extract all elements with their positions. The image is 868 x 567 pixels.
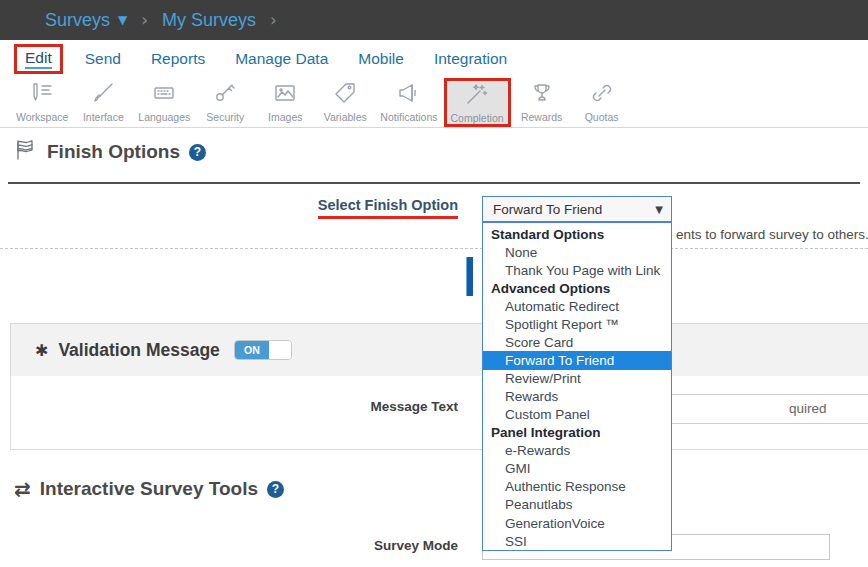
chevron-down-icon: ▼ [118, 13, 127, 27]
dropdown-option[interactable]: Forward To Friend [483, 351, 671, 369]
paintbrush-icon [90, 81, 116, 109]
toggle-knob [269, 341, 291, 359]
toggle-on-label: ON [235, 341, 269, 359]
asterisk-icon: ✱ [35, 341, 48, 360]
validation-toggle[interactable]: ON [234, 340, 292, 360]
dropdown-option[interactable]: GenerationVoice [483, 514, 671, 532]
toolbar-item-interface[interactable]: Interface [74, 78, 132, 127]
survey-mode-label: Survey Mode [0, 538, 458, 553]
breadcrumb-my-surveys[interactable]: My Surveys [162, 10, 256, 31]
interactive-survey-tools-header: ⇄ Interactive Survey Tools ? [14, 477, 284, 501]
breadcrumb-surveys[interactable]: Surveys ▼ [45, 10, 127, 31]
chain-links-icon [589, 81, 615, 109]
finish-option-select-value: Forward To Friend [493, 202, 602, 217]
breadcrumb-separator-icon: › [270, 10, 277, 30]
interactive-survey-tools-title: Interactive Survey Tools [40, 478, 258, 500]
select-finish-option-label: Select Finish Option [0, 197, 458, 219]
breadcrumb-my-surveys-label: My Surveys [162, 10, 256, 31]
top-navbar: Surveys ▼ › My Surveys › [0, 0, 868, 40]
tag-icon [332, 81, 358, 109]
tab-mobile[interactable]: Mobile [358, 50, 404, 68]
workspace-icon [29, 81, 55, 109]
keyboard-icon [151, 81, 177, 109]
toolbar-item-workspace[interactable]: Workspace [12, 78, 72, 127]
dropdown-option[interactable]: e-Rewards [483, 442, 671, 460]
dropdown-option[interactable]: Advanced Options [483, 279, 671, 297]
tab-integration[interactable]: Integration [434, 50, 507, 68]
breadcrumb-surveys-label: Surveys [45, 10, 110, 31]
help-icon[interactable]: ? [189, 144, 206, 161]
toolbar-item-languages[interactable]: Languages [134, 78, 194, 127]
finish-option-description: ents to forward survey to others. ? [676, 227, 868, 242]
dropdown-option[interactable]: Peanutlabs [483, 496, 671, 514]
finish-options-header: Finish Options ? [14, 138, 206, 166]
validation-message-header: ✱ Validation Message ON [11, 324, 868, 376]
image-icon [272, 81, 298, 109]
dropdown-option[interactable]: Spotlight Report ™ [483, 315, 671, 333]
toolbar-item-label: Security [206, 111, 244, 123]
toolbar-item-security[interactable]: Security [196, 78, 254, 127]
dashed-divider [0, 248, 868, 249]
section-divider [8, 182, 860, 184]
megaphone-icon [396, 81, 422, 109]
trophy-icon [529, 81, 555, 109]
help-icon[interactable]: ? [267, 481, 284, 498]
dropdown-option[interactable]: Rewards [483, 388, 671, 406]
dropdown-option[interactable]: Custom Panel [483, 406, 671, 424]
dropdown-option[interactable]: Panel Integration [483, 424, 671, 442]
edit-toolbar: Workspace Interface Languages Security I… [0, 78, 868, 128]
validation-message-panel: ✱ Validation Message ON [10, 323, 868, 450]
toolbar-item-label: Interface [83, 111, 124, 123]
dropdown-option[interactable]: Automatic Redirect [483, 297, 671, 315]
toolbar-item-label: Completion [451, 112, 504, 124]
toolbar-item-quotas[interactable]: Quotas [573, 78, 631, 127]
tab-reports[interactable]: Reports [151, 50, 205, 68]
toolbar-item-label: Rewards [521, 111, 562, 123]
message-text-label: Message Text [0, 399, 458, 414]
toolbar-item-label: Workspace [16, 111, 68, 123]
finish-options-title: Finish Options [47, 141, 180, 163]
toolbar-item-variables[interactable]: Variables [316, 78, 374, 127]
dropdown-option[interactable]: SSI [483, 532, 671, 550]
toolbar-item-label: Variables [324, 111, 367, 123]
toolbar-item-label: Notifications [380, 111, 437, 123]
toolbar-item-notifications[interactable]: Notifications [376, 78, 441, 127]
magic-wand-icon [464, 82, 490, 110]
finish-option-dropdown: Standard Options None Thank You Page wit… [482, 222, 672, 551]
dropdown-option[interactable]: Thank You Page with Link [483, 261, 671, 279]
swap-arrows-icon: ⇄ [14, 477, 31, 501]
select-arrow-icon: ▼ [655, 204, 663, 215]
dropdown-option[interactable]: Authentic Response [483, 478, 671, 496]
flag-icon [14, 138, 38, 166]
dropdown-option[interactable]: GMI [483, 460, 671, 478]
key-icon [212, 81, 238, 109]
finish-option-select[interactable]: Forward To Friend ▼ [482, 196, 672, 222]
page: Surveys ▼ › My Surveys › Edit Send Repor… [0, 0, 868, 567]
validation-message-title: Validation Message [58, 340, 219, 361]
tab-manage-data[interactable]: Manage Data [235, 50, 328, 68]
toolbar-item-label: Languages [138, 111, 190, 123]
breadcrumb-separator-icon: › [141, 10, 148, 30]
occluded-button-edge[interactable] [466, 257, 473, 296]
toolbar-item-rewards[interactable]: Rewards [513, 78, 571, 127]
tab-edit-label: Edit [25, 49, 52, 69]
dropdown-option[interactable]: Standard Options [483, 225, 671, 243]
dropdown-option[interactable]: Review/Print [483, 370, 671, 388]
tab-send[interactable]: Send [85, 50, 121, 68]
tab-bar: Edit Send Reports Manage Data Mobile Int… [0, 40, 868, 78]
tab-edit[interactable]: Edit [14, 44, 63, 74]
toolbar-item-label: Quotas [585, 111, 619, 123]
toolbar-item-completion[interactable]: Completion [444, 78, 511, 127]
toolbar-item-label: Images [268, 111, 302, 123]
toolbar-item-images[interactable]: Images [256, 78, 314, 127]
dropdown-option[interactable]: Score Card [483, 333, 671, 351]
dropdown-option[interactable]: None [483, 243, 671, 261]
